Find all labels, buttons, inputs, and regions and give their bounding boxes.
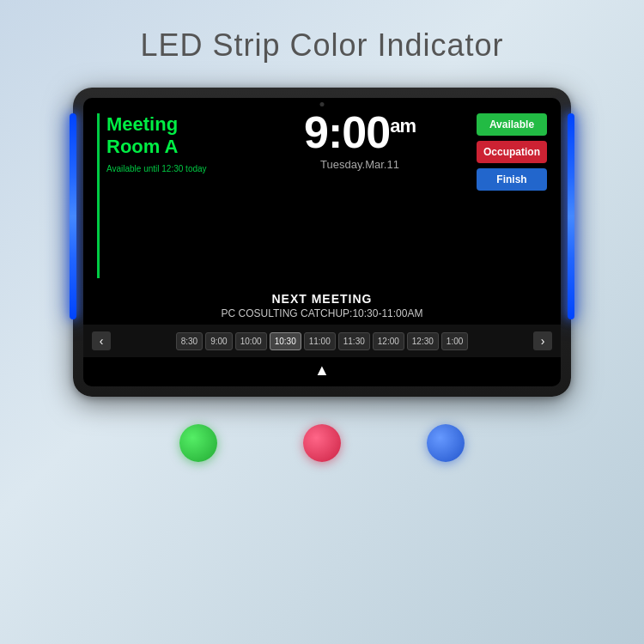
time-slot[interactable]: 10:30 — [270, 332, 301, 350]
time-slot[interactable]: 1:00 — [441, 332, 468, 350]
time-slot[interactable]: 8:30 — [176, 332, 203, 350]
room-name: Meeting Room A — [106, 113, 243, 159]
finish-button[interactable]: Finish — [477, 168, 547, 191]
page-title: LED Strip Color Indicator — [140, 27, 503, 64]
clock-panel: 9:00am Tuesday.Mar.11 — [252, 110, 468, 278]
led-strip-left — [70, 113, 76, 319]
room-status: Available until 12:30 today — [106, 164, 243, 173]
timeline-next-button[interactable]: › — [533, 331, 552, 350]
meeting-details: PC COSULTING CATCHUP:10:30-11:00AM — [97, 307, 547, 319]
time-slot[interactable]: 12:30 — [407, 332, 439, 350]
time-slot[interactable]: 11:30 — [338, 332, 370, 350]
color-indicators — [179, 424, 465, 462]
room-info: Meeting Room A Available until 12:30 tod… — [97, 113, 243, 278]
blue-indicator — [427, 424, 465, 462]
time-slot[interactable]: 10:00 — [235, 332, 267, 350]
arrow-indicator: ▲ — [83, 357, 561, 386]
screen: Meeting Room A Available until 12:30 tod… — [83, 98, 561, 386]
timeline-slots: 8:309:0010:0010:3011:0011:3012:0012:301:… — [114, 332, 530, 350]
clock-ampm: am — [390, 115, 416, 137]
occupation-button[interactable]: Occupation — [477, 141, 547, 163]
clock-time: 9:00am — [304, 110, 416, 155]
led-strip-right — [568, 113, 574, 319]
meeting-info: NEXT MEETING PC COSULTING CATCHUP:10:30-… — [83, 287, 561, 325]
time-slot[interactable]: 9:00 — [205, 332, 232, 350]
screen-top: Meeting Room A Available until 12:30 tod… — [83, 98, 561, 287]
arrow-up-icon: ▲ — [314, 361, 330, 380]
next-meeting-label: NEXT MEETING — [97, 292, 547, 306]
device: Meeting Room A Available until 12:30 tod… — [73, 88, 571, 397]
available-button[interactable]: Available — [477, 113, 547, 136]
time-slot[interactable]: 11:00 — [304, 332, 336, 350]
clock-date: Tuesday.Mar.11 — [320, 158, 399, 171]
clock-hours: 9:00 — [304, 107, 390, 157]
timeline-prev-button[interactable]: ‹ — [92, 331, 111, 350]
timeline: ‹ 8:309:0010:0010:3011:0011:3012:0012:30… — [83, 325, 561, 357]
status-panel: Available Occupation Finish — [477, 113, 547, 278]
red-indicator — [303, 424, 341, 462]
time-slot[interactable]: 12:00 — [373, 332, 404, 350]
green-indicator — [179, 424, 217, 462]
camera-dot — [320, 102, 325, 106]
